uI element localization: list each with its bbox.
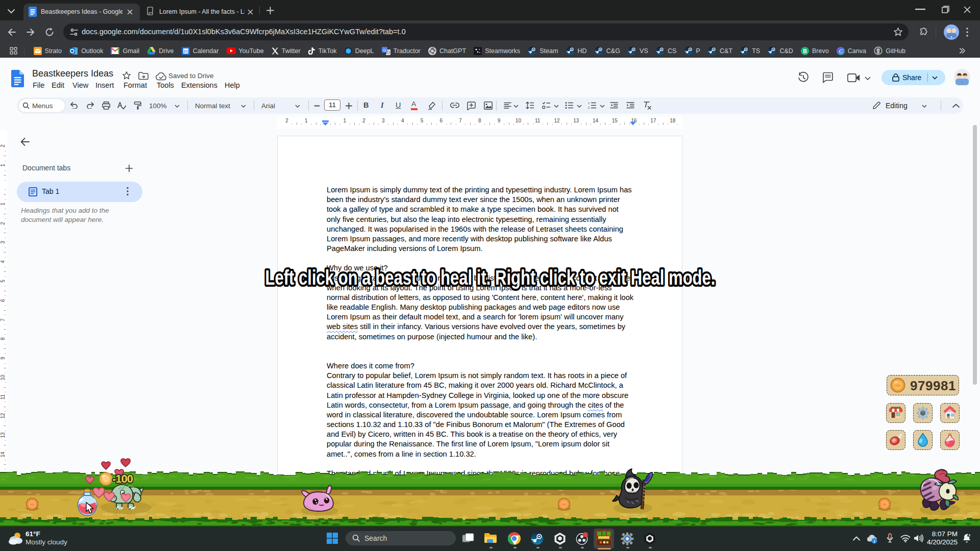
svg-text:G: G [383,47,386,52]
svg-text:Left click on a beast to heal: Left click on a beast to heal it. Right … [265,266,716,289]
svg-text:♥: ♥ [951,35,952,38]
svg-text:C: C [839,48,843,54]
svg-text:-100: -100 [112,472,133,485]
svg-text:♡: ♡ [961,81,963,84]
svg-text:z: z [969,533,971,537]
svg-text:21: 21 [183,49,188,54]
svg-text:B: B [803,47,807,54]
svg-text:2: 2 [588,106,590,109]
svg-text:1: 1 [588,102,590,105]
